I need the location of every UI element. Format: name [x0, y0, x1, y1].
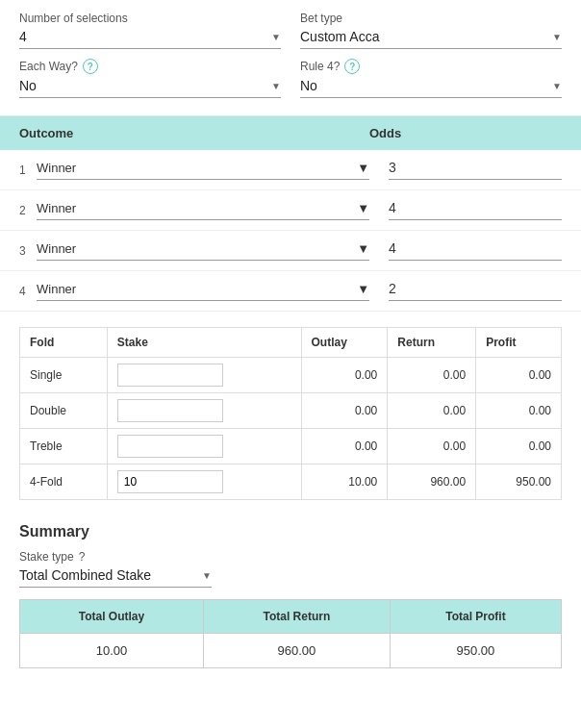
stake-type-label-text: Stake type	[19, 550, 74, 564]
totals-col-outlay: Total Outlay	[20, 600, 204, 634]
bet-stake-cell[interactable]	[107, 464, 301, 500]
each-way-display: No	[19, 78, 37, 93]
bet-fold-cell: 4-Fold	[20, 464, 108, 500]
bets-table-row: 4-Fold 10.00 960.00 950.00	[20, 464, 562, 500]
col-return: Return	[388, 328, 476, 358]
rule4-label-text: Rule 4?	[300, 60, 340, 73]
outcome-arrow: ▼	[357, 201, 369, 215]
outcome-row-num: 1	[19, 163, 37, 177]
bet-outlay-cell: 0.00	[301, 393, 388, 429]
totals-table: Total Outlay Total Return Total Profit 1…	[19, 599, 562, 668]
total-return-value: 960.00	[204, 634, 391, 668]
bets-table-section: Fold Stake Outlay Return Profit Single 0…	[0, 312, 581, 515]
bet-fold-cell: Treble	[20, 429, 108, 464]
total-outlay-value: 10.00	[20, 634, 204, 668]
each-way-select[interactable]: No ▼	[19, 78, 281, 98]
totals-body: 10.00 960.00 950.00	[20, 634, 562, 668]
bet-type-select[interactable]: Custom Acca ▼	[300, 29, 562, 49]
bet-fold-cell: Double	[20, 393, 108, 429]
outcomes-header: Outcome Odds	[0, 116, 581, 150]
outcome-row: 2 Winner ▼ 4	[0, 190, 581, 231]
rule4-label: Rule 4? ?	[300, 59, 562, 74]
outcome-odds: 4	[389, 200, 562, 220]
stake-input[interactable]	[117, 435, 223, 458]
bet-return-cell: 960.00	[388, 464, 476, 500]
outcome-select[interactable]: Winner ▼	[37, 161, 369, 180]
bet-fold-cell: Single	[20, 358, 108, 393]
each-way-value[interactable]: No ▼	[19, 78, 281, 93]
outcome-select-value[interactable]: Winner ▼	[37, 241, 369, 256]
num-selections-display: 4	[19, 29, 27, 44]
bets-table-row: Treble 0.00 0.00 0.00	[20, 429, 562, 464]
num-selections-label: Number of selections	[19, 12, 281, 25]
bet-stake-cell[interactable]	[107, 358, 301, 393]
stake-input[interactable]	[117, 364, 223, 387]
outcome-row-num: 4	[19, 285, 37, 298]
summary-title: Summary	[19, 523, 562, 540]
bet-stake-cell[interactable]	[107, 429, 301, 464]
outcome-odds: 4	[389, 240, 562, 261]
stake-type-arrow: ▼	[202, 570, 212, 581]
top-section: Number of selections 4 ▼ Bet type Custom…	[0, 0, 581, 116]
bet-profit-cell: 950.00	[476, 464, 562, 500]
rule4-help-icon[interactable]: ?	[344, 59, 360, 74]
outcome-arrow: ▼	[357, 241, 369, 256]
stake-type-display: Total Combined Stake	[19, 567, 151, 583]
outcome-select[interactable]: Winner ▼	[37, 282, 369, 301]
outcome-label: Winner	[37, 201, 76, 215]
num-selections-group: Number of selections 4 ▼	[19, 12, 281, 49]
each-way-help-icon[interactable]: ?	[83, 59, 98, 74]
col-profit: Profit	[476, 328, 562, 358]
stake-input[interactable]	[117, 470, 223, 493]
stake-type-value[interactable]: Total Combined Stake ▼	[19, 567, 212, 583]
bets-table-head: Fold Stake Outlay Return Profit	[20, 328, 562, 358]
bets-table: Fold Stake Outlay Return Profit Single 0…	[19, 327, 562, 500]
col-fold: Fold	[20, 328, 108, 358]
num-selections-select[interactable]: 4 ▼	[19, 29, 281, 49]
bet-type-arrow: ▼	[552, 32, 562, 42]
num-selections-arrow: ▼	[271, 32, 281, 42]
bet-return-cell: 0.00	[388, 393, 476, 429]
stake-input[interactable]	[117, 399, 223, 422]
totals-header: Total Outlay Total Return Total Profit	[20, 600, 562, 634]
bet-type-display: Custom Acca	[300, 29, 379, 44]
rule4-select[interactable]: No ▼	[300, 78, 562, 98]
each-way-label-text: Each Way?	[19, 60, 78, 73]
bet-type-label-text: Bet type	[300, 12, 342, 25]
each-way-group: Each Way? ? No ▼	[19, 59, 281, 98]
outcome-rows-container: 1 Winner ▼ 3 2 Winner ▼ 4 3 Winner	[0, 150, 581, 312]
bet-type-value[interactable]: Custom Acca ▼	[300, 29, 562, 44]
bet-profit-cell: 0.00	[476, 358, 562, 393]
bets-table-row: Double 0.00 0.00 0.00	[20, 393, 562, 429]
rule4-value[interactable]: No ▼	[300, 78, 562, 93]
outcome-select[interactable]: Winner ▼	[37, 241, 369, 261]
outcome-label: Winner	[37, 282, 76, 296]
rule4-arrow: ▼	[552, 81, 562, 91]
outcome-select[interactable]: Winner ▼	[37, 201, 369, 220]
totals-col-return: Total Return	[204, 600, 391, 634]
outcome-label: Winner	[37, 241, 76, 256]
bet-profit-cell: 0.00	[476, 393, 562, 429]
outcome-select-value[interactable]: Winner ▼	[37, 201, 369, 215]
outcome-row-num: 3	[19, 244, 37, 258]
outcome-arrow: ▼	[357, 161, 369, 175]
outcome-label: Winner	[37, 161, 76, 175]
num-selections-value[interactable]: 4 ▼	[19, 29, 281, 44]
outcome-arrow: ▼	[357, 282, 369, 296]
outcome-select-value[interactable]: Winner ▼	[37, 282, 369, 296]
rule4-group: Rule 4? ? No ▼	[300, 59, 562, 98]
rule4-display: No	[300, 78, 317, 93]
stake-type-select[interactable]: Total Combined Stake ▼	[19, 567, 212, 588]
outcome-row: 3 Winner ▼ 4	[0, 231, 581, 271]
num-selections-label-text: Number of selections	[19, 12, 128, 25]
stake-type-help-icon[interactable]: ?	[79, 550, 86, 564]
bets-table-body: Single 0.00 0.00 0.00 Double 0.00 0.00 0…	[20, 358, 562, 500]
outcomes-header-odds: Odds	[369, 126, 562, 140]
col-stake: Stake	[107, 328, 301, 358]
outcome-select-value[interactable]: Winner ▼	[37, 161, 369, 175]
bet-stake-cell[interactable]	[107, 393, 301, 429]
bet-return-cell: 0.00	[388, 429, 476, 464]
bet-outlay-cell: 0.00	[301, 358, 388, 393]
col-outlay: Outlay	[301, 328, 388, 358]
bet-return-cell: 0.00	[388, 358, 476, 393]
